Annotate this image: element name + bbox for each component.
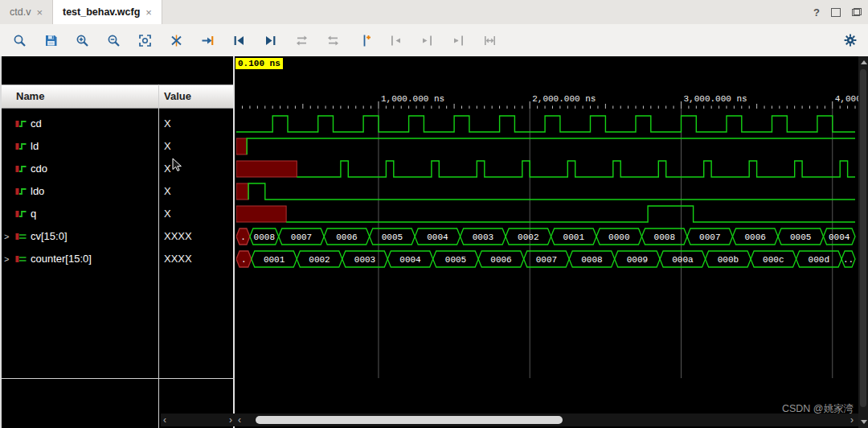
go-to-time-end-button[interactable] — [260, 31, 280, 50]
svg-text:0007: 0007 — [699, 233, 720, 242]
watermark: CSDN @姚家湾 — [782, 402, 854, 416]
svg-text:0005: 0005 — [445, 255, 466, 265]
signal-row-cdo[interactable]: cdoX — [2, 158, 235, 180]
close-icon[interactable]: × — [36, 7, 43, 18]
go-to-cursor-button[interactable] — [198, 31, 217, 50]
signal-list: cdXldXcdoXldoXqX>cv[15:0]XXXX>counter[15… — [2, 113, 235, 270]
column-divider[interactable] — [158, 84, 159, 428]
bus-signal-icon — [15, 232, 27, 241]
svg-text:0007: 0007 — [291, 233, 312, 242]
tab-label: ctd.v — [10, 6, 31, 18]
tab-bar: ctd.v × test_behav.wcfg × ? — [0, 0, 868, 25]
svg-text:0004: 0004 — [829, 233, 850, 242]
svg-text:.: . — [240, 233, 246, 242]
zoom-to-selection-button — [480, 31, 499, 50]
ruler-label: 2,000.000 ns — [532, 94, 596, 104]
tab-test-behav-wcfg[interactable]: test_behav.wcfg × — [53, 0, 162, 24]
signal-row-cd[interactable]: cdX — [2, 113, 235, 135]
expand-chevron-icon[interactable]: > — [4, 253, 12, 265]
signal-name: ldo — [31, 180, 44, 203]
svg-text:0005: 0005 — [790, 233, 811, 242]
scroll-left-icon[interactable]: ‹ — [163, 414, 166, 426]
zoom-out-button[interactable] — [104, 31, 123, 50]
svg-text:0006: 0006 — [336, 233, 357, 242]
svg-text:0003: 0003 — [473, 233, 493, 242]
scroll-left-icon[interactable]: ‹ — [238, 414, 241, 426]
scroll-up-icon[interactable] — [861, 60, 867, 64]
signal-row-ldo[interactable]: ldoX — [2, 180, 235, 203]
zoom-fit-button[interactable] — [135, 31, 154, 50]
svg-text:0008: 0008 — [654, 233, 675, 242]
signal-panel: Name Value cdXldXcdoXldoXqX>cv[15:0]XXXX… — [0, 56, 235, 428]
svg-text:0004: 0004 — [427, 233, 448, 242]
expand-chevron-icon[interactable]: > — [4, 231, 12, 242]
mouse-cursor — [172, 158, 182, 172]
signal-panel-header: Name Value — [2, 84, 235, 109]
scrollbar-thumb[interactable] — [256, 416, 563, 424]
tab-ctd-v[interactable]: ctd.v × — [0, 0, 53, 24]
cursor-time-badge: 0.100 ns — [235, 58, 283, 69]
svg-text:000c: 000c — [763, 255, 784, 265]
waveform-canvas[interactable]: 1,000.000 ns2,000.000 ns3,000.000 ns4,00… — [236, 56, 858, 412]
svg-text:000d: 000d — [809, 255, 829, 265]
value-column-header: Value — [164, 85, 191, 108]
value-column-scrollbar[interactable]: ‹ › — [161, 414, 235, 426]
toolbar-button-group — [0, 31, 499, 50]
signal-value: X — [164, 158, 171, 180]
scroll-down-icon[interactable] — [861, 420, 867, 424]
wave-horizontal-scrollbar[interactable]: ‹ › — [235, 414, 858, 426]
settings-button[interactable] — [841, 31, 860, 50]
previous-marker-button — [386, 31, 405, 50]
find-button[interactable] — [10, 31, 29, 50]
svg-text:0000: 0000 — [608, 233, 629, 242]
panel-bottom-divider — [2, 378, 235, 379]
svg-text:0004: 0004 — [399, 255, 421, 265]
zoom-in-button[interactable] — [72, 31, 92, 50]
scrollbar-thumb[interactable] — [860, 69, 866, 407]
close-icon[interactable]: × — [145, 7, 152, 18]
svg-text:0006: 0006 — [744, 233, 765, 242]
wave-canvas-panel: 0.100 ns 1,000.000 ns2,000.000 ns3,000.0… — [235, 56, 858, 428]
signal-row-counter-15-0-[interactable]: >counter[15:0]XXXX — [2, 248, 235, 270]
bus-signal-icon — [15, 254, 27, 264]
wave-vertical-scrollbar[interactable] — [858, 56, 868, 428]
scroll-right-icon[interactable]: › — [229, 414, 232, 426]
panel-divider[interactable] — [233, 56, 235, 428]
svg-text:0003: 0003 — [354, 255, 375, 265]
signal-name: ld — [31, 135, 39, 158]
svg-text:0008: 0008 — [581, 255, 602, 265]
signal-name: q — [31, 203, 36, 225]
waveform-window: Name Value cdXldXcdoXldoXqX>cv[15:0]XXXX… — [0, 56, 868, 428]
signal-row-cv-15-0-[interactable]: >cv[15:0]XXXX — [2, 225, 235, 248]
ruler-label: 4,000.000 ns — [835, 94, 858, 104]
zoom-to-cursor-button[interactable] — [166, 31, 186, 50]
save-wave-config-button[interactable] — [41, 31, 60, 50]
go-to-time-start-button[interactable] — [229, 31, 248, 50]
signal-value: X — [164, 113, 171, 135]
tab-label: test_behav.wcfg — [63, 6, 140, 18]
svg-text:000b: 000b — [718, 255, 739, 265]
svg-text:0007: 0007 — [536, 255, 557, 265]
help-icon[interactable]: ? — [813, 6, 820, 19]
signal-name: counter[15:0] — [31, 248, 92, 270]
ruler-label: 3,000.000 ns — [683, 94, 747, 104]
scroll-right-icon[interactable]: › — [850, 414, 854, 426]
svg-text:0009: 0009 — [627, 255, 648, 265]
scalar-signal-icon — [15, 164, 27, 174]
scalar-signal-icon — [15, 119, 27, 129]
add-marker-button[interactable] — [354, 31, 374, 50]
maximize-icon[interactable] — [831, 8, 841, 17]
svg-text:000a: 000a — [672, 255, 694, 265]
signal-name: cv[15:0] — [31, 225, 68, 248]
signal-name: cd — [31, 113, 42, 135]
svg-text:0006: 0006 — [490, 255, 511, 265]
svg-text:..: .. — [843, 255, 854, 265]
signal-row-ld[interactable]: ldX — [2, 135, 235, 158]
signal-value: X — [164, 203, 171, 225]
float-icon[interactable] — [852, 8, 862, 16]
signal-value: XXXX — [164, 225, 192, 248]
go-to-last-marker-button — [448, 31, 468, 50]
signal-row-q[interactable]: qX — [2, 203, 235, 225]
scalar-signal-icon — [15, 209, 27, 219]
previous-transition-button — [292, 31, 311, 50]
